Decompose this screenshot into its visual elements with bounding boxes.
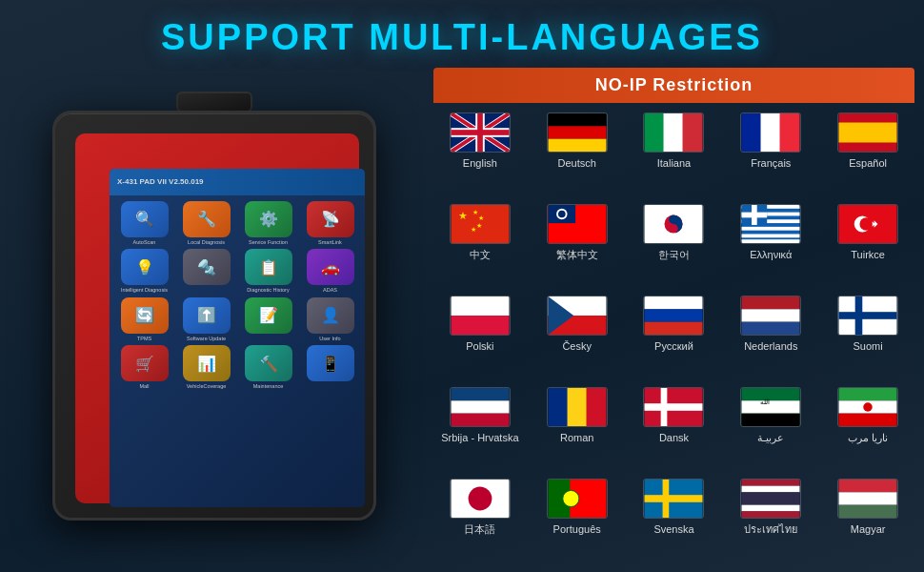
screen-title: X-431 PAD VII V2.50.019 bbox=[117, 177, 204, 186]
screen-icon-item: ⬆️ Software Update bbox=[177, 297, 235, 342]
flag-item-fa: ناریا مرب bbox=[821, 387, 914, 471]
flag-label-es: Español bbox=[849, 156, 887, 170]
svg-rect-65 bbox=[567, 388, 587, 426]
flag-item-it: Italiana bbox=[628, 112, 721, 196]
flag-label-cn: 中文 bbox=[470, 248, 491, 261]
flag-label-fa: ناریا مرب bbox=[848, 431, 888, 444]
svg-rect-61 bbox=[451, 388, 509, 400]
main-content: X-431 PAD VII V2.50.019 🔍 AutoScan 🔧 Loc… bbox=[0, 68, 924, 572]
svg-rect-91 bbox=[839, 480, 897, 492]
flag-item-de: Deutsch bbox=[531, 112, 624, 196]
flag-label-tr: Tuirkce bbox=[851, 248, 885, 261]
flag-label-ro: Roman bbox=[560, 431, 593, 444]
screen-icon-box: 📊 bbox=[183, 345, 231, 381]
screen-icon-box: 📋 bbox=[245, 249, 292, 285]
svg-rect-64 bbox=[548, 388, 568, 426]
page-container: SUPPORT MULTI-LANGUAGES X-431 PAD VII V2… bbox=[0, 0, 924, 572]
page-header: SUPPORT MULTI-LANGUAGES bbox=[0, 0, 924, 68]
screen-icon-box: 🔄 bbox=[121, 297, 169, 334]
tablet-outer: X-431 PAD VII V2.50.019 🔍 AutoScan 🔧 Loc… bbox=[52, 111, 376, 521]
screen-icon-item: 📋 Diagnostic History bbox=[239, 249, 297, 294]
flag-img-dk bbox=[643, 387, 704, 427]
flag-img-jp bbox=[450, 479, 511, 519]
svg-rect-87 bbox=[742, 486, 800, 493]
screen-icon-box: 🔧 bbox=[183, 201, 231, 237]
flag-label-en: English bbox=[463, 156, 497, 170]
screen-icon-item: 📝 bbox=[239, 297, 297, 342]
svg-point-44 bbox=[860, 217, 873, 230]
flag-item-kr: 한국어 bbox=[628, 204, 721, 288]
flag-label-hu: Magyar bbox=[851, 522, 886, 536]
flag-img-it bbox=[643, 112, 704, 153]
svg-rect-74 bbox=[839, 388, 897, 400]
flag-item-es: Español bbox=[821, 112, 914, 196]
svg-rect-19 bbox=[839, 123, 897, 143]
svg-point-29 bbox=[558, 211, 566, 218]
screen-icon-item: 💡 Intelligent Diagnosis bbox=[115, 249, 173, 294]
flag-img-cn: ★★★★★ bbox=[450, 204, 511, 244]
svg-rect-86 bbox=[742, 480, 800, 486]
screen-icon-box: ⬆️ bbox=[183, 297, 231, 334]
screen-icon-label: SmartLink bbox=[318, 239, 342, 246]
screen-icon-item: 🛒 Mall bbox=[115, 345, 173, 390]
flag-img-kr bbox=[643, 204, 704, 244]
screen-icon-box: 💡 bbox=[121, 249, 169, 285]
screen-icon-label: ADAS bbox=[323, 287, 337, 294]
flag-item-nl: Nederlands bbox=[724, 296, 817, 379]
screen-icon-box: 📝 bbox=[245, 297, 292, 334]
screen-icon-label: AutoScan bbox=[133, 239, 156, 246]
screen-icon-label: Intelligent Diagnosis bbox=[121, 287, 168, 294]
svg-point-77 bbox=[863, 402, 873, 412]
svg-rect-66 bbox=[586, 388, 606, 426]
svg-rect-62 bbox=[451, 400, 509, 413]
flag-img-ru bbox=[643, 296, 704, 336]
svg-text:★: ★ bbox=[458, 210, 468, 221]
svg-rect-37 bbox=[742, 234, 800, 237]
flag-label-sr: Srbija - Hrvatska bbox=[441, 431, 518, 444]
flag-label-nl: Nederlands bbox=[744, 339, 797, 353]
flags-grid: English Deutsch Italiana Français Españo… bbox=[433, 112, 914, 562]
svg-rect-14 bbox=[683, 113, 703, 152]
svg-text:★: ★ bbox=[478, 214, 484, 221]
svg-rect-11 bbox=[548, 139, 606, 152]
flag-item-cz: Česky bbox=[531, 296, 624, 379]
svg-rect-88 bbox=[742, 492, 800, 504]
flag-item-th: ประเทศไทย bbox=[724, 479, 817, 562]
flag-img-pl bbox=[450, 296, 511, 336]
flag-item-pt: Português bbox=[531, 479, 624, 562]
svg-rect-56 bbox=[742, 309, 800, 321]
flag-img-sv bbox=[643, 479, 704, 519]
flag-item-sr: Srbija - Hrvatska bbox=[433, 387, 527, 471]
svg-rect-69 bbox=[645, 403, 703, 411]
svg-rect-55 bbox=[742, 296, 800, 309]
svg-text:★: ★ bbox=[476, 222, 482, 229]
screen-icon-box: 📱 bbox=[307, 345, 354, 381]
screen-icon-item: ⚙️ Service Function bbox=[239, 201, 297, 246]
screen-icon-box: 🚗 bbox=[307, 249, 354, 285]
svg-rect-13 bbox=[664, 113, 684, 152]
flag-img-en bbox=[450, 112, 511, 153]
screen-icon-box: 🔍 bbox=[121, 201, 169, 237]
svg-text:الله: الله bbox=[760, 398, 770, 405]
svg-rect-60 bbox=[839, 312, 897, 319]
screen-icon-label: TPMS bbox=[137, 336, 151, 342]
screen-icon-item: 🔍 AutoScan bbox=[115, 201, 173, 246]
flag-label-it: Italiana bbox=[657, 156, 691, 170]
screen-icon-label: Maintenance bbox=[253, 383, 284, 390]
flag-item-tr: Tuirkce bbox=[821, 204, 914, 288]
flag-img-ar: الله bbox=[740, 387, 801, 427]
svg-rect-76 bbox=[839, 414, 897, 426]
flag-img-ro bbox=[547, 387, 608, 427]
flag-label-tw: 繁体中文 bbox=[556, 248, 598, 261]
flag-label-th: ประเทศไทย bbox=[744, 522, 797, 536]
flag-label-pl: Polski bbox=[466, 339, 493, 353]
svg-point-82 bbox=[562, 490, 578, 506]
flag-label-sv: Svenska bbox=[653, 522, 693, 536]
svg-rect-71 bbox=[742, 400, 800, 413]
flag-item-en: English bbox=[433, 112, 527, 196]
screen-icon-label: Service Function bbox=[249, 239, 288, 246]
screen-icon-box: 👤 bbox=[307, 297, 354, 334]
flag-item-tw: 繁体中文 bbox=[531, 204, 624, 288]
flag-img-fi bbox=[837, 296, 898, 336]
screen-icon-item: 📡 SmartLink bbox=[301, 201, 359, 246]
